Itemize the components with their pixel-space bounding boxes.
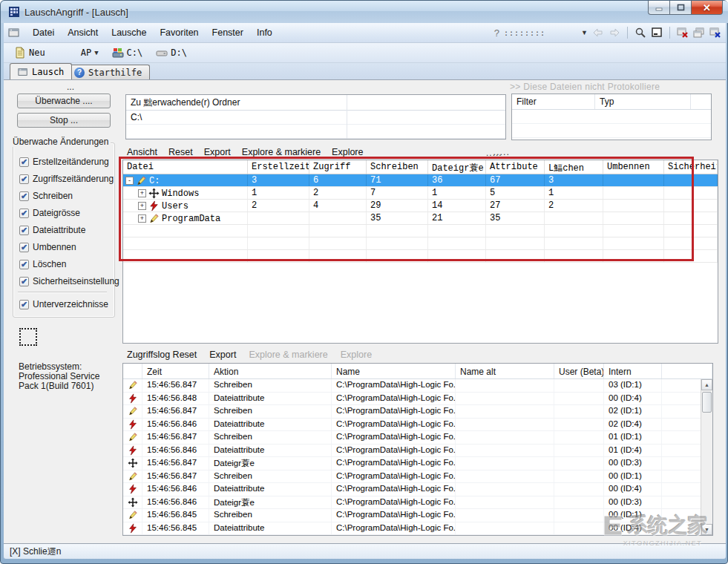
checkbox-dateiattribute[interactable]: ✔Dateiattribute <box>19 225 85 235</box>
tree-row-empty <box>123 250 718 263</box>
tab-lausch-label: Lausch <box>32 67 64 77</box>
filter-col-header[interactable]: Filter <box>512 94 595 109</box>
log-col-header[interactable]: User (Beta) <box>554 364 604 378</box>
checkbox-unterverzeichnisse[interactable]: ✔ Unterverzeichnisse <box>19 299 108 309</box>
log-row[interactable]: 15:46:56.846Dateigr蓑eC:\ProgramData\High… <box>123 496 712 510</box>
minimize-button[interactable] <box>648 1 669 15</box>
scrollbar-thumb[interactable] <box>702 392 712 413</box>
log-col-header[interactable]: Intern <box>604 364 662 378</box>
log-col-header[interactable]: Name <box>332 364 456 378</box>
typ-col-header[interactable]: Typ <box>595 94 691 109</box>
tree-col-header[interactable]: Schreiben <box>367 160 428 174</box>
menu-item-ansicht[interactable]: Ansicht <box>61 25 105 40</box>
forward-icon[interactable] <box>609 27 620 39</box>
log-row[interactable]: 15:46:56.847SchreibenC:\ProgramData\High… <box>123 470 712 484</box>
checkbox-erstellzeitänderung[interactable]: ✔Erstellzeitänderung <box>19 157 109 167</box>
log-cell-zeit: 15:46:56.846 <box>142 445 209 457</box>
checkbox-sicherheitseinstellung[interactable]: ✔Sicherheitseinstellung <box>19 276 119 286</box>
expander-minus-icon[interactable]: - <box>125 177 134 185</box>
tree-toolbar-export[interactable]: Export <box>204 147 231 157</box>
tree-toolbar-explore-markiere[interactable]: Explore & markiere <box>242 147 321 157</box>
move-icon <box>148 188 160 199</box>
tree-row-windows[interactable]: +Windows127151 <box>123 187 718 200</box>
checkbox-umbennen[interactable]: ✔Umbennen <box>19 242 76 252</box>
tree-row-c[interactable]: -C:367136673 <box>123 174 718 187</box>
tab-lausch[interactable]: Lausch <box>10 63 72 79</box>
menu-item-lausche[interactable]: Lausche <box>105 25 153 40</box>
group-label: Überwache Änderungen <box>10 137 111 147</box>
log-toolbar-zugriffslog-reset[interactable]: Zugriffslog Reset <box>127 350 197 360</box>
menu-item-fenster[interactable]: Fenster <box>206 25 250 40</box>
checkbox-dateigrösse[interactable]: ✔Dateigrösse <box>19 208 80 218</box>
log-row[interactable]: 15:46:56.846DateiattributeC:\ProgramData… <box>123 419 712 432</box>
expander-plus-icon[interactable]: + <box>138 214 146 223</box>
log-scrollbar[interactable]: ▲ ▼ <box>701 379 712 535</box>
log-cell-aktion: Schreiben <box>209 431 332 444</box>
stop-button[interactable]: Stop ... <box>17 113 111 128</box>
search-icon[interactable] <box>634 27 646 39</box>
back-icon[interactable] <box>592 27 604 39</box>
pencil-icon <box>148 213 160 224</box>
log-col-header[interactable]: Name alt <box>456 364 554 378</box>
close-button[interactable]: ✕ <box>691 1 723 15</box>
log-filler-col <box>662 364 712 378</box>
close-window-red-icon[interactable] <box>677 27 689 39</box>
flash-icon <box>128 523 138 534</box>
tree-col-header[interactable]: Zugriff <box>309 160 367 174</box>
log-toolbar-export[interactable]: Export <box>209 350 236 360</box>
tree-toolbar-explore[interactable]: Explore <box>332 147 363 157</box>
folder-row-empty[interactable] <box>126 125 505 139</box>
expander-plus-icon[interactable]: + <box>138 202 146 210</box>
tree-col-header[interactable]: Datei <box>123 160 248 174</box>
log-row[interactable]: 15:46:56.847Dateigr蓑eC:\ProgramData\High… <box>123 457 712 470</box>
log-cell-name_alt <box>456 483 554 496</box>
flash-icon <box>128 484 138 494</box>
chevron-down-icon[interactable]: ▼ <box>581 29 588 36</box>
tree-col-header[interactable]: Dateigr蓑e <box>428 160 486 174</box>
checkbox-löschen[interactable]: ✔Löschen <box>19 259 66 269</box>
checkbox-schreiben[interactable]: ✔Schreiben <box>19 191 73 201</box>
log-row[interactable]: 15:46:56.847SchreibenC:\ProgramData\High… <box>123 431 712 445</box>
checkbox-zugriffszeitänderung[interactable]: ✔Zugriffszeitänderung <box>19 174 114 184</box>
ap-dropdown[interactable]: AP ▼ <box>78 46 102 59</box>
log-cell-zeit: 15:46:56.845 <box>142 509 209 522</box>
log-cell-name_alt <box>456 522 554 535</box>
menu-item-favoriten[interactable]: Favoriten <box>153 25 205 40</box>
new-button[interactable]: Neu <box>11 45 48 60</box>
maximize-button[interactable] <box>669 1 691 15</box>
log-row[interactable]: 15:46:56.848DateiattributeC:\ProgramData… <box>123 393 712 406</box>
log-col-header[interactable]: Zeit <box>142 364 209 378</box>
tree-col-header[interactable]: Umbennen <box>603 160 664 174</box>
tree-col-header[interactable]: Attribute <box>486 160 545 174</box>
tree-col-header[interactable]: Erstellzeit <box>248 160 309 174</box>
tree-col-header[interactable]: Sicherheit <box>664 160 718 174</box>
tree-toolbar-ansicht[interactable]: Ansicht <box>127 147 157 157</box>
log-row[interactable]: 15:46:56.846DateiattributeC:\ProgramData… <box>123 445 712 458</box>
monitor-icon[interactable] <box>651 27 663 39</box>
log-row[interactable]: 15:46:56.847SchreibenC:\ProgramData\High… <box>123 405 712 419</box>
tree-toolbar-reset[interactable]: Reset <box>168 147 193 157</box>
menu-item-datei[interactable]: Datei <box>26 25 61 40</box>
drive-c-button[interactable]: C:\ <box>109 45 146 60</box>
scroll-down-icon[interactable]: ▼ <box>701 524 712 535</box>
log-col-header[interactable]: Aktion <box>209 364 332 378</box>
tree-row-programdata[interactable]: +ProgramData352135 <box>123 212 718 225</box>
folder-row[interactable]: C:\ <box>126 111 505 125</box>
drive-d-button[interactable]: D:\ <box>153 45 190 60</box>
log-row[interactable]: 15:46:56.845SchreibenC:\ProgramData\High… <box>123 509 712 522</box>
checkbox-checked-icon: ✔ <box>19 260 29 269</box>
log-row[interactable]: 15:46:56.847SchreibenC:\ProgramData\High… <box>123 379 712 393</box>
tab-starthilfe[interactable]: ? Starthilfe <box>66 65 150 79</box>
tree-col-header[interactable]: L鰏chen <box>545 160 603 174</box>
ueberwache-button[interactable]: Überwache .... <box>17 94 111 108</box>
cascade-windows-icon[interactable] <box>693 27 705 39</box>
menu-item-info[interactable]: Info <box>250 25 279 40</box>
log-cell-aktion: Dateiattribute <box>209 419 332 431</box>
tree-value-cell: 36 <box>428 174 486 186</box>
scroll-up-icon[interactable]: ▲ <box>701 379 712 390</box>
expander-plus-icon[interactable]: + <box>138 189 146 197</box>
log-row[interactable]: 15:46:56.845DateiattributeC:\ProgramData… <box>123 522 712 536</box>
close-all-blue-icon[interactable] <box>709 27 721 39</box>
log-row[interactable]: 15:46:56.846DateiattributeC:\ProgramData… <box>123 483 712 496</box>
tree-row-users[interactable]: +Users242914272 <box>123 200 718 212</box>
